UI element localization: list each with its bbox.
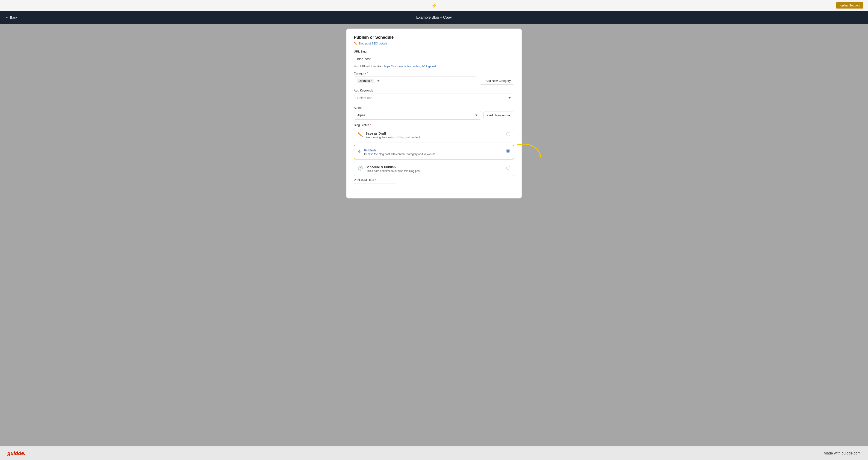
- category-label: Category *: [354, 72, 514, 75]
- add-author-button[interactable]: + Add New Author: [483, 112, 514, 119]
- section-title: Publish or Schedule: [354, 35, 514, 40]
- blog-status-section: Blog Status * ✏️ Save as Draft Keep savi…: [354, 123, 514, 176]
- back-label: Back: [10, 16, 17, 19]
- chevron-down-icon: [377, 80, 380, 82]
- page-title: Example Blog – Copy: [416, 16, 452, 20]
- pencil-draft-icon: ✏️: [358, 132, 363, 137]
- guidde-logo: guidde.: [7, 450, 25, 456]
- top-bar-center: ⚡: [431, 3, 437, 8]
- annotation-arrow: [514, 143, 544, 161]
- publish-content: Publish Publish the blog post with conte…: [364, 148, 503, 156]
- category-row: Updates × + Add New Category: [354, 76, 514, 85]
- keywords-placeholder: Select one: [357, 96, 372, 100]
- published-date-input[interactable]: [354, 183, 395, 192]
- blog-status-required: *: [370, 123, 371, 127]
- url-slug-required: *: [367, 50, 369, 53]
- seo-link-label: Blog post SEO details: [359, 42, 388, 45]
- back-button[interactable]: ← Back: [5, 16, 17, 19]
- content-panel: Publish or Schedule ✏️ Blog post SEO det…: [346, 29, 522, 198]
- send-publish-icon: ✈: [358, 149, 362, 154]
- draft-desc: Keep saving the version of blog post con…: [366, 136, 503, 139]
- url-slug-label: URL Slug *: [354, 50, 514, 53]
- schedule-radio[interactable]: [506, 166, 510, 170]
- publish-radio[interactable]: [506, 149, 510, 153]
- keywords-field: Add Keywords Select one: [354, 89, 514, 102]
- publish-title: Publish: [364, 148, 503, 152]
- url-slug-input[interactable]: [354, 55, 514, 63]
- pencil-icon: ✏️: [354, 42, 358, 45]
- schedule-desc: Pick a date and time to publish this blo…: [366, 170, 503, 173]
- add-category-button[interactable]: + Add New Category: [479, 77, 514, 85]
- publish-option-container: ✈ Publish Publish the blog post with con…: [354, 145, 514, 159]
- publish-desc: Publish the blog post with content, cate…: [364, 153, 503, 156]
- seo-link[interactable]: ✏️ Blog post SEO details: [354, 42, 514, 45]
- footer: guidde. Made with guidde.com: [0, 446, 868, 460]
- blog-status-label: Blog Status *: [354, 123, 514, 127]
- author-field: Author Alpas + Add New Author: [354, 106, 514, 120]
- published-date-label: Published Date *: [354, 178, 514, 182]
- clock-schedule-icon: 🕐: [358, 166, 363, 171]
- draft-option[interactable]: ✏️ Save as Draft Keep saving the version…: [354, 128, 514, 143]
- author-label: Author: [354, 106, 514, 110]
- url-slug-field: URL Slug * Your URL will look like: - ht…: [354, 50, 514, 68]
- keywords-label: Add Keywords: [354, 89, 514, 92]
- draft-title: Save as Draft: [366, 131, 503, 135]
- url-preview-link[interactable]: https://www.example.com/blog/b/blog-post: [384, 65, 436, 68]
- author-chevron-icon: [475, 115, 477, 116]
- main-overlay: Publish or Schedule ✏️ Blog post SEO det…: [0, 24, 868, 446]
- keywords-chevron-icon: [508, 97, 511, 99]
- url-preview: Your URL will look like: - https://www.e…: [354, 65, 514, 68]
- svg-marker-0: [538, 154, 542, 158]
- top-bar: ⚡ topline Support: [0, 0, 868, 11]
- schedule-content: Schedule & Publish Pick a date and time …: [366, 165, 503, 173]
- published-date-required: *: [375, 178, 376, 182]
- schedule-title: Schedule & Publish: [366, 165, 503, 169]
- footer-tagline: Made with guidde.com: [824, 451, 861, 455]
- published-date-section: Published Date *: [354, 178, 514, 192]
- publish-option[interactable]: ✈ Publish Publish the blog post with con…: [354, 145, 514, 159]
- arrow-left-icon: ←: [5, 16, 9, 19]
- draft-radio[interactable]: [506, 132, 510, 136]
- support-button[interactable]: topline Support: [836, 2, 863, 8]
- category-field: Category * Updates × + Add New Category: [354, 72, 514, 85]
- nav-bar: ← Back Example Blog – Copy: [0, 11, 868, 24]
- category-tag-close[interactable]: ×: [371, 79, 372, 83]
- keywords-select[interactable]: Select one: [354, 94, 514, 102]
- category-tag: Updates ×: [357, 79, 374, 83]
- schedule-option[interactable]: 🕐 Schedule & Publish Pick a date and tim…: [354, 162, 514, 176]
- category-select[interactable]: Updates ×: [354, 76, 477, 85]
- category-required: *: [367, 72, 368, 75]
- author-select[interactable]: Alpas: [354, 111, 481, 120]
- author-row: Alpas + Add New Author: [354, 111, 514, 120]
- draft-content: Save as Draft Keep saving the version of…: [366, 131, 503, 139]
- lightning-icon: ⚡: [431, 3, 437, 8]
